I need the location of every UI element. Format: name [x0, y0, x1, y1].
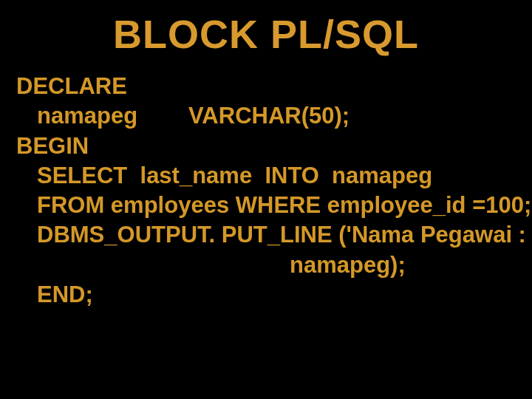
code-line-select: SELECT last_name INTO namapeg — [16, 161, 517, 191]
code-line-from-where: FROM employees WHERE employee_id =100; — [16, 191, 517, 220]
code-line-begin: BEGIN — [16, 132, 517, 161]
code-line-declare: DECLARE — [16, 72, 517, 101]
code-line-end: END; — [16, 280, 517, 310]
code-line-slash: / — [0, 310, 532, 343]
code-line-dbms-output: DBMS_OUTPUT. PUT_LINE ('Nama Pegawai : '… — [16, 220, 517, 250]
code-line-concat-var: namapeg); — [16, 250, 517, 280]
code-line-var-declaration: namapeg VARCHAR(50); — [16, 101, 517, 131]
plsql-code-block: DECLARE namapeg VARCHAR(50); BEGIN SELEC… — [0, 72, 532, 310]
slide-title: BLOCK PL/SQL — [0, 0, 532, 72]
